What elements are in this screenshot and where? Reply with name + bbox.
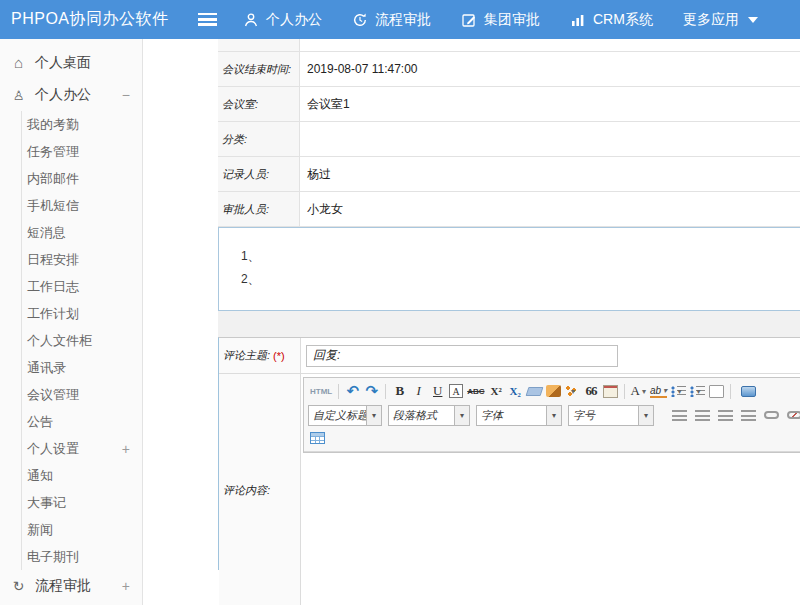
sidebar-item-label: 通知 [27, 467, 53, 485]
menu-toggle-icon[interactable] [198, 13, 217, 26]
sidebar-item-mobile-sms[interactable]: 手机短信 [0, 192, 142, 219]
align-left-icon[interactable] [672, 410, 687, 421]
field-value [300, 39, 800, 51]
paste-icon[interactable] [603, 385, 618, 398]
font-color-button[interactable]: A [631, 382, 646, 400]
table-row: 会议结束时间: 2019-08-07 11:47:00 [218, 52, 800, 87]
sidebar-item-major-events[interactable]: 大事记 [0, 489, 142, 516]
nav-label: 个人办公 [266, 11, 322, 29]
justify-icon[interactable] [741, 410, 756, 421]
comment-subject-label: 评论主题: [223, 348, 270, 363]
sidebar-item-label: 内部邮件 [27, 170, 79, 188]
superscript-button[interactable]: X² [489, 382, 504, 400]
sidebar-item-label: 短消息 [27, 224, 66, 242]
subscript-button[interactable]: X₂ [508, 382, 523, 400]
table-icon[interactable] [310, 432, 325, 444]
comment-content-label-cell: 评论内容: [219, 374, 301, 605]
sidebar-item-personal-office[interactable]: 个人办公 − [0, 79, 142, 111]
sidebar-item-label: 会议管理 [27, 386, 79, 404]
new-page-icon[interactable] [709, 385, 724, 398]
rich-text-editor: HTML ↶ ↷ [303, 377, 800, 453]
nav-group-approval[interactable]: 集团审批 [461, 11, 540, 29]
expand-toggle[interactable]: − [122, 87, 130, 103]
nav-personal-office[interactable]: 个人办公 [243, 11, 322, 29]
nav-workflow-approval[interactable]: 流程审批 [352, 11, 431, 29]
sidebar-item-schedule[interactable]: 日程安排 [0, 246, 142, 273]
field-value: 会议室1 [300, 87, 800, 121]
app-logo[interactable]: PHPOA协同办公软件 [0, 9, 188, 30]
autoformat-wand-icon[interactable] [565, 385, 580, 397]
sidebar-item-notice[interactable]: 通知 [0, 462, 142, 489]
sidebar-item-icon [10, 55, 27, 71]
sidebar-item-work-log[interactable]: 工作日志 [0, 273, 142, 300]
expand-toggle[interactable]: + [122, 441, 130, 457]
font-size-select[interactable]: 字号 [568, 405, 654, 426]
editor-toolbar: HTML ↶ ↷ [304, 378, 800, 452]
sidebar-item-task-management[interactable]: 任务管理 [0, 138, 142, 165]
html-source-button[interactable]: HTML [310, 382, 332, 400]
blockquote-button[interactable]: 66 [584, 382, 599, 400]
sidebar-item-my-attendance[interactable]: 我的考勤 [0, 111, 142, 138]
field-label: 记录人员: [218, 157, 300, 191]
strikethrough-button[interactable]: ABC [467, 382, 484, 400]
font-border-button[interactable]: A [449, 384, 463, 398]
format-brush-icon[interactable] [546, 385, 561, 397]
unlink-icon[interactable] [787, 411, 800, 419]
sidebar-item-label: 新闻 [27, 521, 53, 539]
link-icon[interactable] [764, 411, 779, 419]
sidebar-item-personal-settings[interactable]: 个人设置 + [0, 435, 142, 462]
comment-subject-cell [301, 338, 800, 373]
expand-toggle[interactable]: + [122, 578, 130, 594]
meeting-notes-box[interactable]: 1、 2、 [218, 227, 800, 311]
ordered-list-icon[interactable] [671, 386, 686, 397]
comment-content-cell: HTML ↶ ↷ [301, 374, 800, 571]
nav-label: 更多应用 [683, 11, 739, 29]
eraser-icon[interactable] [525, 387, 543, 396]
sidebar-item-news[interactable]: 新闻 [0, 516, 142, 543]
editor-align-insert-group [668, 409, 800, 421]
align-center-icon[interactable] [695, 410, 710, 421]
sidebar-item-meeting-management[interactable]: 会议管理 [0, 381, 142, 408]
comment-content-label: 评论内容: [223, 483, 270, 498]
sidebar-item-e-journal[interactable]: 电子期刊 [0, 543, 142, 570]
sidebar-item-short-message[interactable]: 短消息 [0, 219, 142, 246]
italic-button[interactable]: I [411, 382, 426, 400]
required-mark: (*) [273, 350, 285, 362]
sidebar-item-label: 流程审批 [35, 577, 91, 595]
bold-button[interactable]: B [392, 382, 407, 400]
table-row: 审批人员: 小龙女 [218, 192, 800, 227]
sidebar-item-contacts[interactable]: 通讯录 [0, 354, 142, 381]
highlight-color-button[interactable]: ab [650, 384, 667, 398]
sidebar-item-label: 公告 [27, 413, 53, 431]
nav-more-apps[interactable]: 更多应用 [683, 11, 758, 29]
paragraph-format-select[interactable]: 段落格式 [388, 405, 470, 426]
main-content: 会议结束时间: 2019-08-07 11:47:00 会议室: 会议室1 分类… [144, 39, 800, 605]
sidebar-item-internal-mail[interactable]: 内部邮件 [0, 165, 142, 192]
sidebar-item-label: 个人文件柜 [27, 332, 92, 350]
comment-subject-input[interactable] [306, 345, 618, 367]
edit-icon [461, 12, 477, 28]
sidebar-item-label: 手机短信 [27, 197, 79, 215]
sidebar-item-label: 工作计划 [27, 305, 79, 323]
undo-icon[interactable]: ↶ [345, 382, 360, 400]
sidebar-item-workflow-approval[interactable]: 流程审批 + [0, 570, 142, 602]
top-navigation: 个人办公 流程审批 集团审批 CRM系统 更多应用 [243, 11, 788, 29]
comment-content-row: 评论内容: HTML [219, 374, 800, 571]
sidebar-item-personal-file-cabinet[interactable]: 个人文件柜 [0, 327, 142, 354]
align-right-icon[interactable] [718, 410, 733, 421]
nav-crm-system[interactable]: CRM系统 [570, 11, 653, 29]
field-value: 2019-08-07 11:47:00 [300, 52, 800, 86]
underline-button[interactable]: U [430, 382, 445, 400]
select-label: 段落格式 [389, 408, 454, 423]
unordered-list-icon[interactable] [690, 386, 705, 397]
redo-icon[interactable]: ↷ [364, 382, 379, 400]
user-icon [243, 12, 259, 28]
editor-toolbar-row1: HTML ↶ ↷ [308, 380, 800, 402]
sidebar-item-work-plan[interactable]: 工作计划 [0, 300, 142, 327]
fullscreen-icon[interactable] [741, 386, 756, 397]
section-divider [218, 311, 800, 337]
sidebar-item-personal-desktop[interactable]: 个人桌面 [0, 47, 142, 79]
sidebar-item-announcement[interactable]: 公告 [0, 408, 142, 435]
custom-heading-select[interactable]: 自定义标题 [308, 405, 382, 426]
font-family-select[interactable]: 字体 [476, 405, 562, 426]
